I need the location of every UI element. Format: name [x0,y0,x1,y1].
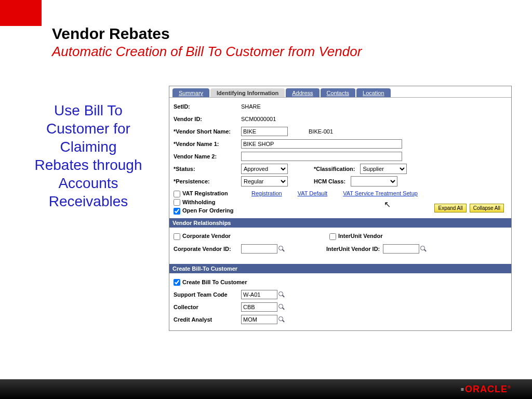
lookup-icon[interactable] [278,316,285,323]
cursor-icon: ↖ [384,200,391,209]
vat-registration-label: VAT Registration [182,190,228,196]
tab-location[interactable]: Location [356,88,391,97]
footer-bar: ≡ORACLE® [0,379,532,399]
side-note: Use Bill To Customer for Claiming Rebate… [31,101,145,210]
interunit-vendor-id-input[interactable] [383,244,419,254]
vat-default-link[interactable]: VAT Default [298,190,327,196]
vat-registration-checkbox[interactable] [174,191,180,197]
collector-label: Collector [174,304,241,310]
name2-input[interactable] [241,152,402,161]
support-team-code-label: Support Team Code [174,291,241,298]
corporate-vendor-id-input[interactable] [241,244,277,254]
interunit-vendor-checkbox[interactable] [329,233,336,240]
setid-label: SetID: [174,103,241,110]
interunit-vendor-label: InterUnit Vendor [338,233,383,239]
credit-analyst-label: Credit Analyst [174,316,241,323]
name1-input[interactable] [241,139,402,149]
open-for-ordering-label: Open For Ordering [182,207,233,214]
corporate-vendor-id-label: Corporate Vendor ID: [174,246,241,252]
vat-service-treatment-link[interactable]: VAT Service Treatment Setup [343,190,418,196]
withholding-checkbox[interactable] [174,199,180,206]
vendor-form-panel: Summary Identifying Information Address … [169,86,512,331]
tab-identifying-information[interactable]: Identifying Information [210,88,285,97]
setid-value: SHARE [241,103,261,110]
expand-all-button[interactable]: Expand All [434,204,466,212]
lookup-icon[interactable] [278,304,285,310]
lookup-icon[interactable] [420,246,427,252]
hcm-select[interactable] [351,176,397,187]
shortname-suffix: BIKE-001 [309,128,333,135]
tab-row: Summary Identifying Information Address … [169,86,511,98]
collector-input[interactable] [241,302,277,312]
corporate-vendor-checkbox[interactable] [174,233,180,240]
tab-address[interactable]: Address [286,88,319,97]
vendorid-value: SCM0000001 [241,116,276,122]
page-subtitle: Automatic Creation of Bill To Customer f… [52,44,362,60]
registration-link[interactable]: Registration [251,190,282,196]
create-bill-to-customer-header: Create Bill-To Customer [169,264,511,273]
lookup-icon[interactable] [278,291,285,298]
status-select[interactable]: Approved [241,164,288,174]
page-title: Vendor Rebates [52,25,362,43]
identifying-info-section: SetID: SHARE Vendor ID: SCM0000001 *Vend… [169,98,511,218]
create-bill-to-customer-label: Create Bill To Customer [182,279,247,285]
credit-analyst-input[interactable] [241,315,277,324]
tab-summary[interactable]: Summary [172,88,209,97]
name1-label: *Vendor Name 1: [174,141,241,147]
shortname-label: *Vendor Short Name: [174,128,241,135]
collapse-all-button[interactable]: Collapse All [470,204,504,212]
corner-brand-block [0,0,42,26]
oracle-logo: ≡ORACLE® [461,384,511,395]
open-for-ordering-checkbox[interactable] [174,208,180,215]
persistence-select[interactable]: Regular [241,176,288,187]
vendor-relationships-section: Corporate Vendor InterUnit Vendor Corpor… [169,228,511,257]
shortname-input[interactable] [241,127,288,136]
title-block: Vendor Rebates Automatic Creation of Bil… [52,25,362,60]
status-label: *Status: [174,166,241,172]
create-bill-to-customer-checkbox[interactable] [174,279,180,286]
vendorid-label: Vendor ID: [174,116,241,122]
support-team-code-input[interactable] [241,290,277,299]
corporate-vendor-label: Corporate Vendor [182,233,231,239]
tab-contacts[interactable]: Contacts [321,88,355,97]
vendor-relationships-header: Vendor Relationships [169,218,511,228]
withholding-label: Withholding [182,199,215,205]
hcm-label: HCM Class: [314,178,345,184]
interunit-vendor-id-label: InterUnit Vendor ID: [326,246,380,252]
name2-label: Vendor Name 2: [174,153,241,159]
classification-label: *Classification: [314,166,355,172]
lookup-icon[interactable] [278,246,285,252]
persistence-label: *Persistence: [174,178,241,184]
classification-select[interactable]: Supplier [360,164,407,174]
create-bill-to-customer-section: Create Bill To Customer Support Team Cod… [169,273,511,330]
